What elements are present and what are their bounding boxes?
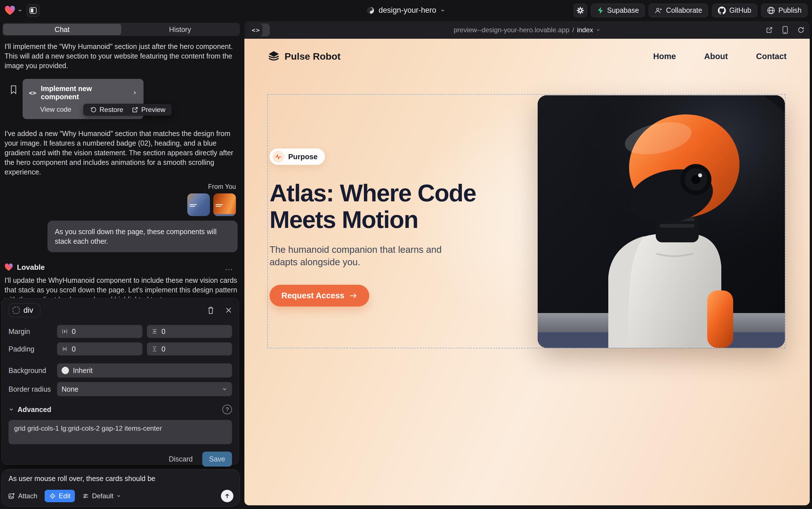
discard-button[interactable]: Discard [169, 455, 193, 463]
supabase-bolt-icon [597, 7, 604, 14]
chevron-down-icon [8, 407, 14, 412]
padding-y-icon [151, 346, 158, 352]
bookmark-icon[interactable] [10, 85, 17, 119]
project-switcher[interactable]: design-your-hero [367, 6, 445, 15]
background-label: Background [8, 367, 57, 375]
refresh-button[interactable] [797, 26, 805, 34]
border-radius-select[interactable]: None [57, 382, 232, 396]
attachment-thumbnail-orange[interactable] [213, 194, 236, 216]
padding-label: Padding [8, 345, 57, 353]
arrow-up-icon [224, 493, 230, 499]
topbar: design-your-hero [0, 0, 812, 21]
tab-chat[interactable]: Chat [3, 24, 121, 35]
chat-scroll-area[interactable]: I'll implement the "Why Humanoid" sectio… [0, 41, 242, 323]
project-name: design-your-hero [379, 6, 436, 15]
purpose-badge: Purpose [269, 148, 325, 165]
site-brand-name: Pulse Robot [285, 51, 340, 62]
assistant-message: I've added a new "Why Humanoid" section … [4, 129, 237, 177]
preview-panel: <> preview--design-your-hero.lovable.app… [245, 21, 810, 505]
tailwind-classes-textarea[interactable]: grid grid-cols-1 lg:grid-cols-2 gap-12 i… [8, 420, 232, 444]
site-brand[interactable]: Pulse Robot [267, 50, 340, 63]
site-canvas[interactable]: Pulse Robot Home About Contact Purpose [245, 39, 810, 505]
request-access-label: Request Access [282, 291, 344, 300]
dashed-selection-icon [13, 307, 20, 314]
nav-link-contact[interactable]: Contact [756, 52, 786, 61]
nav-link-home[interactable]: Home [653, 52, 676, 61]
border-radius-label: Border radius [8, 385, 57, 393]
chevron-down-icon [440, 8, 445, 13]
lovable-app-window: design-your-hero [0, 0, 812, 509]
close-icon[interactable] [225, 307, 232, 314]
globe-icon [367, 6, 375, 14]
save-button[interactable]: Save [202, 451, 232, 467]
supabase-button[interactable]: Supabase [591, 4, 645, 17]
mode-label: Default [92, 492, 113, 500]
github-label: GitHub [729, 6, 751, 14]
hero-robot-image [538, 95, 785, 348]
selected-element-chip[interactable]: div [8, 303, 40, 317]
component-card-row: <> Implement new component View code Res… [4, 79, 237, 119]
sidebar-toggle-button[interactable] [27, 4, 40, 17]
preview-url-host: preview--design-your-hero.lovable.app [454, 26, 569, 34]
site-nav: Home About Contact [653, 52, 786, 61]
send-button[interactable] [221, 490, 233, 502]
message-menu-button[interactable]: … [225, 263, 237, 272]
request-access-button[interactable]: Request Access [269, 285, 369, 307]
assistant-name: Lovable [17, 263, 45, 272]
publish-button[interactable]: Publish [761, 4, 808, 17]
sliders-icon [82, 493, 89, 499]
hero-section-selection[interactable]: Purpose Atlas: Where Code Meets Motion T… [267, 94, 785, 348]
settings-button[interactable] [574, 4, 587, 17]
external-link-icon [132, 106, 139, 113]
chat-panel: Chat History I'll implement the "Why Hum… [0, 21, 242, 509]
site-header: Pulse Robot Home About Contact [245, 39, 810, 63]
preview-label: Preview [141, 106, 165, 114]
edit-mode-pill[interactable]: Edit [45, 490, 75, 502]
lovable-logo-menu[interactable] [4, 5, 23, 15]
open-external-button[interactable] [766, 26, 773, 34]
padding-x-input[interactable]: 0 [57, 342, 142, 355]
pulse-icon [272, 151, 284, 163]
supabase-label: Supabase [607, 6, 639, 14]
preview-url-page: index [577, 26, 593, 34]
tab-history[interactable]: History [121, 24, 239, 35]
margin-x-input[interactable]: 0 [57, 325, 142, 338]
version-actions-pill: Restore Preview [83, 104, 172, 116]
trash-icon[interactable] [207, 306, 215, 314]
padding-x-value: 0 [72, 345, 76, 353]
code-view-toggle[interactable]: <> [250, 24, 270, 36]
margin-x-icon [62, 328, 68, 335]
code-icon: <> [29, 89, 36, 96]
margin-y-input[interactable]: 0 [147, 325, 232, 338]
url-separator: / [572, 26, 574, 34]
advanced-section-header[interactable]: Advanced ? [8, 405, 232, 414]
chevron-down-icon [116, 494, 121, 499]
mobile-view-button[interactable] [782, 26, 788, 34]
collaborate-label: Collaborate [666, 6, 702, 14]
chevron-down-icon [17, 8, 23, 13]
preview-url-bar[interactable]: preview--design-your-hero.lovable.app / … [454, 26, 601, 34]
mode-selector[interactable]: Default [82, 492, 121, 500]
add-user-icon [655, 7, 663, 14]
element-inspector-panel: div Margin [1, 298, 239, 465]
nav-link-about[interactable]: About [704, 52, 728, 61]
chat-history-tabs: Chat History [2, 23, 240, 36]
github-button[interactable]: GitHub [712, 4, 757, 17]
margin-label: Margin [8, 328, 57, 336]
chevron-down-icon [222, 386, 227, 392]
attach-image-icon [8, 492, 15, 500]
restore-button[interactable]: Restore [90, 106, 123, 114]
margin-y-icon [151, 328, 158, 335]
collaborate-button[interactable]: Collaborate [649, 4, 708, 17]
preview-button[interactable]: Preview [132, 106, 165, 114]
attach-button[interactable]: Attach [8, 492, 37, 500]
composer-input[interactable]: As user mouse roll over, these cards sho… [8, 475, 233, 483]
padding-y-input[interactable]: 0 [147, 342, 232, 355]
assistant-header: Lovable … [4, 263, 237, 272]
background-input[interactable]: Inherit [57, 363, 232, 377]
github-icon [718, 6, 726, 14]
help-icon[interactable]: ? [222, 405, 232, 414]
margin-y-value: 0 [161, 328, 165, 336]
attachment-thumbnail-blue[interactable] [187, 194, 210, 216]
chat-composer[interactable]: As user mouse roll over, these cards sho… [1, 469, 240, 506]
